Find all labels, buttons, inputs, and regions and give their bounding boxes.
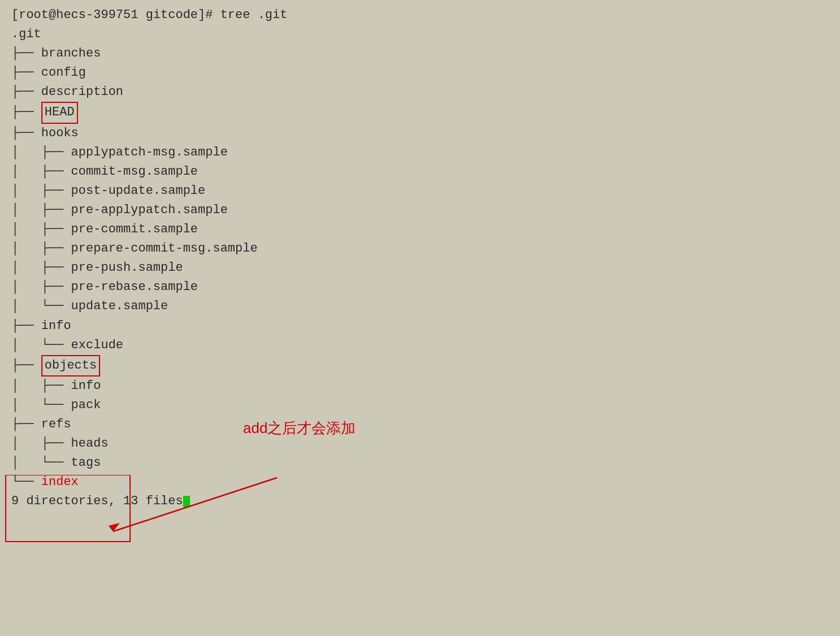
- terminal-window: { "terminal": { "prompt_line": "[root@he…: [0, 0, 840, 636]
- tree-line-info: ├── info: [11, 317, 829, 336]
- index-label: index: [41, 473, 79, 492]
- summary-line: 9 directories, 13 files: [11, 492, 829, 511]
- annotation-text: add之后才会添加: [243, 418, 356, 438]
- tree-line-head: ├── HEAD: [11, 102, 829, 123]
- tree-line-pre-push: │ ├── pre-push.sample: [11, 258, 829, 278]
- tree-line-applypatch: │ ├── applypatch-msg.sample: [11, 143, 829, 162]
- tree-line-pack: │ └── pack: [11, 396, 829, 415]
- cursor: [183, 496, 190, 507]
- prompt-line: [root@hecs-399751 gitcode]# tree .git: [11, 6, 829, 25]
- tree-line-config: ├── config: [11, 63, 829, 83]
- svg-marker-1: [109, 523, 120, 531]
- tree-line-branches: ├── branches: [11, 44, 829, 63]
- tree-line-description: ├── description: [11, 83, 829, 102]
- tree-line-objects: ├── objects: [11, 355, 829, 377]
- tree-line-update: │ └── update.sample: [11, 297, 829, 316]
- summary-text: 9 directories, 13 files: [11, 492, 183, 511]
- tree-line-pre-rebase: │ ├── pre-rebase.sample: [11, 278, 829, 297]
- tree-line-prepare-commit: │ ├── prepare-commit-msg.sample: [11, 239, 829, 258]
- tree-line-objects-info: │ ├── info: [11, 377, 829, 396]
- root-text: .git: [11, 25, 41, 44]
- head-highlight: HEAD: [41, 102, 78, 123]
- tree-line-heads: │ ├── heads: [11, 434, 829, 453]
- root-line: .git: [11, 25, 829, 44]
- tree-line-hooks: ├── hooks: [11, 124, 829, 143]
- prompt-text: [root@hecs-399751 gitcode]# tree .git: [11, 6, 287, 25]
- tree-line-index: └── index: [11, 473, 829, 492]
- tree-line-pre-applypatch: │ ├── pre-applypatch.sample: [11, 201, 829, 220]
- tree-line-commit-msg: │ ├── commit-msg.sample: [11, 162, 829, 181]
- tree-line-exclude: │ └── exclude: [11, 336, 829, 355]
- tree-line-tags: │ └── tags: [11, 453, 829, 473]
- tree-line-refs: ├── refs: [11, 415, 829, 434]
- objects-highlight: objects: [41, 355, 100, 377]
- tree-line-post-update: │ ├── post-update.sample: [11, 181, 829, 201]
- tree-line-pre-commit: │ ├── pre-commit.sample: [11, 220, 829, 239]
